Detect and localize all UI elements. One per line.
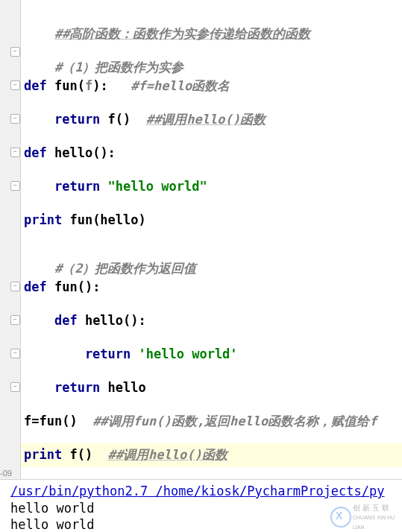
comment: ##高阶函数：函数作为实参传递给函数的函数 (54, 26, 310, 41)
comment: ##调用hello()函数 (146, 112, 266, 127)
fold-icon[interactable] (10, 47, 20, 57)
func-name: hello (54, 145, 92, 160)
run-output[interactable]: /usr/bin/python2.7 /home/kiosk/PycharmPr… (0, 479, 402, 532)
code-line[interactable]: def fun(f): #f=hello函数名 (24, 78, 230, 93)
keyword: print (24, 212, 69, 227)
code-line[interactable]: f=fun() ##调用fun()函数,返回hello函数名称，赋值给f (24, 414, 377, 428)
func-name: fun (54, 78, 78, 93)
code-line[interactable]: return f() ##调用hello()函数 (24, 112, 266, 127)
expr: fun(hello) (69, 212, 145, 227)
fold-icon[interactable] (10, 349, 20, 358)
keyword: return (24, 346, 139, 361)
fold-icon[interactable] (10, 181, 20, 191)
separator-label: -09 (0, 469, 12, 478)
output-line: hello world (10, 500, 95, 516)
paren: (): (92, 145, 116, 160)
expr: f=fun() (24, 414, 92, 428)
expr: f() (108, 112, 146, 127)
code-line[interactable]: return hello (24, 380, 146, 395)
fold-icon[interactable] (10, 148, 20, 157)
fold-icon[interactable] (10, 315, 20, 325)
fold-icon[interactable] (10, 382, 20, 392)
code-line[interactable]: print f() ##调用hello()函数 (24, 447, 227, 462)
keyword: def (24, 313, 85, 328)
paren: (): (78, 279, 101, 294)
code-line[interactable]: print fun(hello) (24, 212, 146, 227)
editor-gutter (0, 0, 21, 467)
keyword: def (24, 145, 54, 160)
comment: #f=hello函数名 (131, 78, 230, 93)
param: f (85, 78, 92, 93)
paren: ( (78, 78, 85, 93)
func-name: fun (54, 279, 78, 294)
keyword: return (24, 179, 108, 194)
keyword: return (24, 112, 108, 127)
paren: ): (92, 78, 131, 93)
output-line: hello world (10, 516, 95, 532)
fold-icon[interactable] (10, 282, 20, 291)
fold-icon[interactable] (10, 80, 20, 90)
keyword: def (24, 279, 54, 294)
paren: (): (123, 313, 146, 328)
comment: #（2）把函数作为返回值 (54, 261, 196, 276)
expr: hello (108, 380, 146, 395)
fold-icon[interactable] (10, 114, 20, 124)
comment: #（1）把函数作为实参 (54, 60, 183, 75)
keyword: print (24, 447, 69, 462)
keyword: def (24, 78, 54, 93)
func-name: hello (85, 313, 123, 328)
code-line[interactable]: return 'hello world' (24, 346, 238, 361)
code-line[interactable]: return "hello world" (24, 179, 207, 194)
string: "hello world" (108, 179, 207, 194)
string: 'hello world' (139, 346, 238, 361)
code-editor[interactable]: ##高阶函数：函数作为实参传递给函数的函数 #（1）把函数作为实参 def fu… (0, 0, 402, 467)
output-cmd-path: /usr/bin/python2.7 /home/kiosk/PycharmPr… (10, 483, 385, 499)
keyword: return (24, 380, 108, 395)
comment: ##调用fun()函数,返回hello函数名称，赋值给f (92, 414, 377, 428)
comment: ##调用hello()函数 (108, 447, 227, 462)
code-line[interactable]: def hello(): (24, 313, 146, 328)
code-line[interactable]: def fun(): (24, 279, 100, 294)
code-line[interactable]: def hello(): (24, 145, 116, 160)
expr: f() (69, 447, 107, 462)
